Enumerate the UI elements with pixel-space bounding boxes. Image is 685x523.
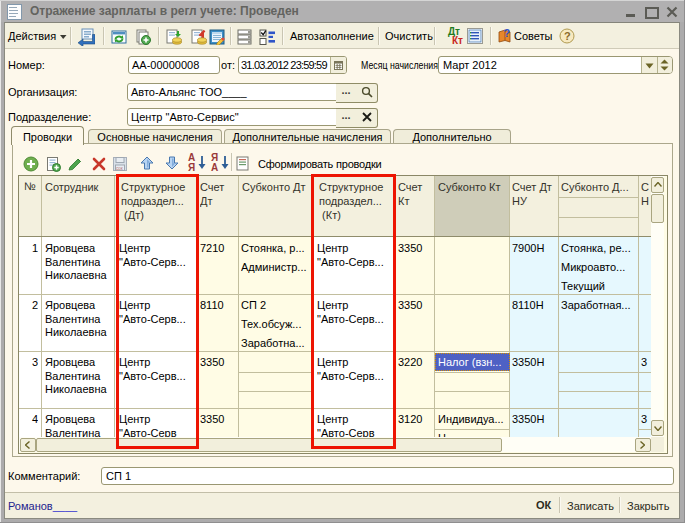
svg-text:?: ?: [564, 30, 571, 42]
svg-text:?: ?: [504, 28, 511, 39]
svg-text:сок: сок: [116, 166, 123, 171]
